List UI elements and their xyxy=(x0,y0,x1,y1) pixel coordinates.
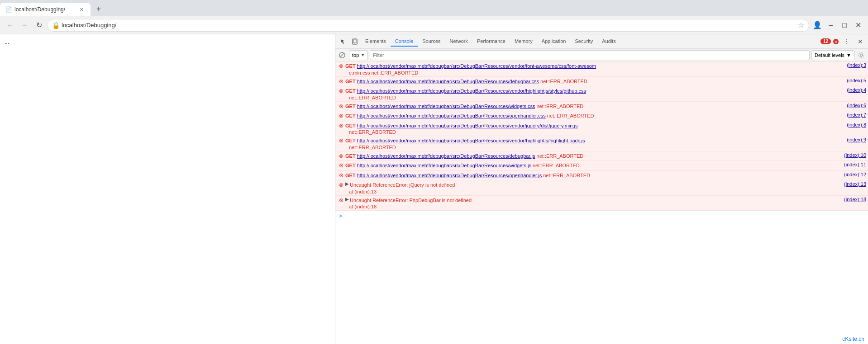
entry-source[interactable]: (index):12 xyxy=(840,172,866,177)
error-badge: 12 xyxy=(820,38,831,44)
entry-source[interactable]: (index):11 xyxy=(840,162,866,167)
entry-source[interactable]: (index):4 xyxy=(843,87,866,93)
error-icon: ⊗ xyxy=(339,162,343,169)
console-entry: ⊗ GET http://localhost/vendor/maximebf/d… xyxy=(335,151,868,161)
entry-content: GET http://localhost/vendor/maximebf/deb… xyxy=(345,122,843,130)
tab-memory[interactable]: Memory xyxy=(510,37,537,47)
console-entry-firstline: ⊗ GET http://localhost/vendor/maximebf/d… xyxy=(339,137,866,145)
entry-content: GET http://localhost/vendor/maximebf/deb… xyxy=(345,137,843,145)
more-options-button[interactable]: ⋮ xyxy=(841,36,853,47)
console-entry-firstline: ⊗ ▶ Uncaught ReferenceError: PhpDebugBar… xyxy=(339,197,866,204)
new-tab-button[interactable]: + xyxy=(92,3,105,15)
address-text: localhost/Debugging/ xyxy=(62,22,798,28)
tab-network[interactable]: Network xyxy=(445,37,472,47)
url-link[interactable]: http://localhost/vendor/maximebf/debugba… xyxy=(357,138,585,143)
clear-console-button[interactable] xyxy=(337,50,347,60)
url-link[interactable]: http://localhost/vendor/maximebf/debugba… xyxy=(357,88,586,94)
err-text: net::ERR_ABORTED xyxy=(547,113,594,118)
entry-source[interactable]: (index):8 xyxy=(843,122,866,127)
tab-application[interactable]: Application xyxy=(537,37,571,47)
tab-performance[interactable]: Performance xyxy=(472,37,510,47)
url-link[interactable]: http://localhost/vendor/maximebf/debugba… xyxy=(357,104,535,109)
console-entry: ⊗ GET http://localhost/vendor/maximebf/d… xyxy=(335,102,868,112)
entry-source[interactable]: (index):10 xyxy=(840,152,866,158)
entry-source[interactable]: (index):6 xyxy=(843,103,866,108)
reload-button[interactable]: ↻ xyxy=(33,19,45,32)
console-entry: ⊗ GET http://localhost/vendor/maximebf/d… xyxy=(335,161,868,171)
forward-button[interactable]: → xyxy=(18,19,31,32)
device-toolbar-button[interactable] xyxy=(349,36,361,47)
error-icon: ⊗ xyxy=(339,123,343,129)
tab-elements[interactable]: Elements xyxy=(361,37,391,47)
console-entry: ⊗ GET http://localhost/vendor/maximebf/d… xyxy=(335,111,868,121)
minimize-button[interactable]: – xyxy=(825,19,837,32)
url-link[interactable]: http://localhost/vendor/maximebf/debugba… xyxy=(357,123,578,128)
bookmark-icon[interactable]: ☆ xyxy=(798,21,804,29)
filter-input[interactable] xyxy=(370,50,810,60)
context-selector[interactable]: top ▼ xyxy=(349,50,368,60)
entry-content: Uncaught ReferenceError: jQuery is not d… xyxy=(350,181,840,189)
tab-console[interactable]: Console xyxy=(391,37,418,47)
back-button[interactable]: ← xyxy=(4,19,16,32)
close-devtools-button[interactable]: ✕ xyxy=(854,36,866,47)
page-text: ... xyxy=(5,39,9,45)
error-icon: ⊗ xyxy=(339,172,343,179)
entry-source[interactable]: (index):7 xyxy=(843,112,866,118)
console-entry-secondline: net::ERR_ABORTED xyxy=(339,95,866,100)
console-entry-secondline: at (index):13 xyxy=(339,189,866,194)
err-text: net::ERR_ABORTED xyxy=(543,173,590,178)
url-link[interactable]: http://localhost/vendor/maximebf/debugba… xyxy=(357,113,546,118)
close-button[interactable]: ✕ xyxy=(852,19,864,32)
error-circle-icon: ✕ xyxy=(833,38,839,45)
console-entry-secondline: net::ERR_ABORTED xyxy=(339,129,866,135)
address-bar[interactable]: 🔒 localhost/Debugging/ ☆ xyxy=(47,19,809,32)
entry-source[interactable]: (index):13 xyxy=(840,181,866,187)
console-entry-firstline: ⊗ ▶ Uncaught ReferenceError: jQuery is n… xyxy=(339,181,866,189)
console-input-line: > xyxy=(335,211,868,221)
url-link[interactable]: http://localhost/vendor/maximebf/debugba… xyxy=(357,163,531,168)
expand-arrow[interactable]: ▶ xyxy=(345,181,349,186)
tab-close-button[interactable]: ✕ xyxy=(78,6,85,13)
entry-source[interactable]: (index):18 xyxy=(840,197,866,202)
console-prompt: > xyxy=(339,213,342,219)
entry-content: GET http://localhost/vendor/maximebf/deb… xyxy=(345,87,843,95)
maximize-button[interactable]: □ xyxy=(838,19,851,32)
url-link[interactable]: http://localhost/vendor/maximebf/debugba… xyxy=(357,173,542,178)
tab-audits[interactable]: Audits xyxy=(597,37,620,47)
main-area: ... Elements Console Sources Network xyxy=(0,34,868,344)
url-link[interactable]: http://localhost/vendor/maximebf/debugba… xyxy=(357,79,539,84)
browser-window: 📄 localhost/Debugging/ ✕ + ← → ↻ 🔒 local… xyxy=(0,0,868,344)
levels-selector[interactable]: Default levels ▼ xyxy=(811,50,854,60)
entry-content: GET http://localhost/vendor/maximebf/deb… xyxy=(345,78,843,85)
tab-title: localhost/Debugging/ xyxy=(14,6,65,13)
entry-content: GET http://localhost/vendor/maximebf/deb… xyxy=(345,112,843,120)
err-text: net::ERR_ABORTED xyxy=(533,163,580,168)
get-label: GET xyxy=(345,123,356,128)
error-icon: ⊗ xyxy=(339,153,343,159)
console-entry: ⊗ GET http://localhost/vendor/maximebf/d… xyxy=(335,171,868,181)
uncaught-error-text: Uncaught ReferenceError: PhpDebugBar is … xyxy=(350,198,472,203)
tab-favicon: 📄 xyxy=(5,6,12,13)
entry-source[interactable]: (index):5 xyxy=(843,78,866,83)
console-entry: ⊗ GET http://localhost/vendor/maximebf/d… xyxy=(335,86,868,102)
tab-security[interactable]: Security xyxy=(570,37,597,47)
tab-sources[interactable]: Sources xyxy=(418,37,445,47)
devtools-panel: Elements Console Sources Network Perform… xyxy=(335,34,868,344)
console-entry: ⊗ ▶ Uncaught ReferenceError: PhpDebugBar… xyxy=(335,196,868,211)
navigation-bar: ← → ↻ 🔒 localhost/Debugging/ ☆ 👤 – □ ✕ xyxy=(0,16,868,34)
error-icon: ⊗ xyxy=(339,78,343,85)
expand-arrow[interactable]: ▶ xyxy=(345,197,349,202)
console-settings-button[interactable] xyxy=(856,50,866,60)
devtools-tabs: Elements Console Sources Network Perform… xyxy=(361,37,820,47)
entry-source[interactable]: (index):9 xyxy=(843,137,866,142)
url-link[interactable]: http://localhost/vendor/maximebf/debugba… xyxy=(357,63,596,69)
browser-tab[interactable]: 📄 localhost/Debugging/ ✕ xyxy=(0,3,91,16)
inspect-element-button[interactable] xyxy=(337,36,349,47)
entry-content: GET http://localhost/vendor/maximebf/deb… xyxy=(345,172,840,179)
entry-content: GET http://localhost/vendor/maximebf/deb… xyxy=(345,152,840,160)
url-link[interactable]: http://localhost/vendor/maximebf/debugba… xyxy=(357,153,535,159)
account-button[interactable]: 👤 xyxy=(811,19,824,32)
entry-source[interactable]: (index):3 xyxy=(843,62,866,68)
entry-content: Uncaught ReferenceError: PhpDebugBar is … xyxy=(350,197,840,204)
error-icon: ⊗ xyxy=(339,63,343,69)
